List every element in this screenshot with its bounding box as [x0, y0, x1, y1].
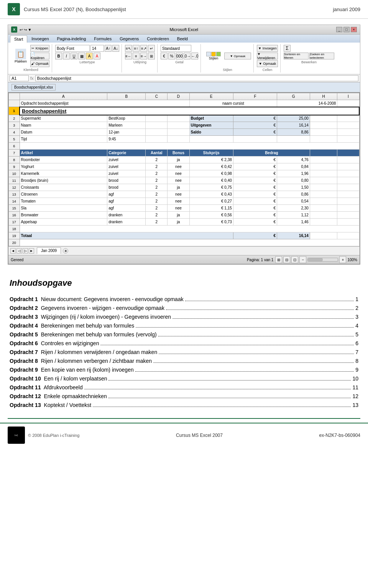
maximize-button[interactable]: □ — [343, 27, 350, 32]
minimize-button[interactable]: _ — [336, 27, 342, 32]
empty-i12 — [337, 184, 359, 191]
decimal-dec-button[interactable]: ←.0 — [191, 53, 198, 59]
tab-controleren[interactable]: Controleren — [143, 35, 172, 43]
increase-font-button[interactable]: A↑ — [105, 45, 112, 52]
empty-c5 — [146, 136, 168, 143]
empty-c4 — [146, 129, 168, 136]
number-btn-row: € % 000 .0→ ←.0 — [161, 53, 198, 59]
col-b-header: B — [107, 93, 146, 100]
cellen-controls: ▼ Invoegen ▼ Verwijderen ▼ Opmaak — [257, 45, 278, 67]
table-row: 17 Appelsap dranken 2 ja € 0,73 € 1,46 — [9, 219, 360, 226]
empty-h2 — [310, 115, 337, 122]
tab-gegevens[interactable]: Gegevens — [116, 35, 143, 43]
opmaak-kopiëren-button[interactable]: 🖌 Opmaak — [30, 60, 49, 67]
toc-page-12: 13 — [352, 402, 358, 408]
merge-cells-button[interactable]: ⊞ — [148, 53, 155, 59]
zoom-out-button[interactable]: − — [299, 256, 306, 263]
border-button[interactable]: ▦ — [78, 53, 85, 59]
bedrag-8: 4,76 — [277, 156, 310, 163]
toc-opdracht-2: Opdracht 3 Wijzigingen (rij / kolom invo… — [10, 314, 171, 320]
align-right-button[interactable]: ≡→ — [140, 53, 147, 59]
font-size-input[interactable] — [90, 45, 104, 52]
stijlen-button[interactable]: Stijlen — [204, 51, 223, 61]
first-tab-button[interactable]: ◁ — [16, 248, 22, 254]
artikel-12: Croissants — [20, 184, 107, 191]
tab-pagina-indeling[interactable]: Pagina-indeling — [53, 35, 90, 43]
datum-value: 12-jan — [107, 129, 146, 136]
table-row: 9 Yoghurt zuivel 2 nee € 0,42 € 0,84 — [9, 163, 360, 170]
add-sheet-button[interactable]: ☀ — [63, 248, 68, 254]
table-row: 2 Supermarkt BestKoop Budget € 25,00 — [9, 115, 360, 122]
tijd-label: Tijd — [20, 136, 107, 143]
empty-row20 — [20, 239, 359, 246]
formula-input[interactable] — [35, 75, 358, 81]
styles-preview — [206, 52, 221, 56]
invoegen-button[interactable]: ▼ Invoegen — [257, 45, 278, 52]
saldo-euro: € — [233, 129, 277, 136]
table-row: 1 Boodschappenlijst — [9, 107, 360, 115]
view-page-button[interactable]: ⊡ — [291, 256, 298, 263]
bonus-8: ja — [168, 156, 189, 163]
spreadsheet-wrapper: A B C D E F G H I Opdracht boodschappenl… — [8, 92, 360, 264]
font-name-input[interactable] — [55, 45, 90, 52]
percent-button[interactable]: % — [168, 53, 175, 59]
align-center-button[interactable]: ≡ — [133, 53, 140, 59]
row-num-18: 18 — [9, 226, 20, 232]
toc-item: Opdracht 3 Wijzigingen (rij / kolom invo… — [10, 313, 358, 320]
view-layout-button[interactable]: ⊟ — [283, 256, 290, 263]
italic-button[interactable]: I — [63, 53, 70, 59]
prev-tab-button[interactable]: ◄ — [10, 248, 16, 254]
excel-title: Microsoft Excel — [31, 27, 336, 32]
add-sheet-icon[interactable]: ☀ — [63, 248, 68, 254]
tab-beeld[interactable]: Beeld — [173, 35, 192, 43]
tab-invoegen[interactable]: Invoegen — [28, 35, 53, 43]
bonus-13: nee — [168, 191, 189, 198]
font-name-row: A↑ A↓ — [55, 45, 119, 52]
cell-reference-input[interactable] — [10, 75, 29, 81]
plakken-button[interactable]: 📋 Plakken — [12, 48, 29, 64]
bedrag-euro-17: € — [233, 219, 277, 226]
align-left-button[interactable]: ≡← — [125, 53, 132, 59]
fill-color-button[interactable]: A — [86, 53, 93, 59]
jan-2009-tab[interactable]: Jan 2009 — [37, 247, 61, 254]
decrease-font-button[interactable]: A↓ — [112, 45, 119, 52]
window-controls: _ □ × — [336, 27, 357, 32]
bonus-header: Bonus — [168, 150, 189, 156]
currency-button[interactable]: € — [161, 53, 168, 59]
page-date: januari 2009 — [333, 7, 360, 12]
sorteren-button[interactable]: Sorteren en filteren — [284, 53, 309, 59]
zoeken-button[interactable]: Zoeken en selecteren — [309, 53, 334, 59]
align-top-center-button[interactable]: ≡↑ — [133, 45, 140, 52]
tab-formules[interactable]: Formules — [90, 35, 115, 43]
view-normal-button[interactable]: ⊞ — [275, 256, 282, 263]
close-button[interactable]: × — [351, 27, 357, 32]
next-tab-button[interactable]: ▷ — [23, 248, 28, 254]
sigma-button[interactable]: Σ — [284, 45, 291, 52]
empty-d5 — [168, 136, 189, 143]
cat-14: agf — [107, 198, 146, 205]
voorwaardelijke-opmaak-button[interactable]: ▼ Opmaak — [224, 53, 251, 59]
align-top-left-button[interactable]: ≡↖ — [125, 45, 132, 52]
opmaak-button[interactable]: ▼ Opmaak — [257, 60, 278, 67]
zoom-slider[interactable] — [307, 258, 338, 262]
decimal-inc-button[interactable]: .0→ — [184, 53, 191, 59]
cat-16: dranken — [107, 212, 146, 219]
zoom-in-button[interactable]: + — [339, 256, 346, 263]
bold-button[interactable]: B — [55, 53, 62, 59]
align-top-right-button[interactable]: ≡↗ — [140, 45, 147, 52]
font-color-button[interactable]: A — [94, 53, 100, 59]
tab-start[interactable]: Start — [10, 35, 27, 43]
empty-h15 — [310, 205, 337, 212]
last-tab-button[interactable]: ► — [29, 248, 34, 254]
kopiëren-button[interactable]: 📄 Kopiëren — [30, 53, 49, 59]
thousand-button[interactable]: 000 — [176, 53, 183, 59]
verwijderen-button[interactable]: ▼ Verwijderen — [257, 53, 278, 59]
toc-page-6: 7 — [355, 349, 358, 355]
bedrag-12: 1,50 — [277, 184, 310, 191]
bedrag-euro-14: € — [233, 198, 277, 205]
number-format-input[interactable] — [161, 45, 191, 52]
underline-button[interactable]: U — [71, 53, 77, 59]
wrap-text-button[interactable]: ↵ — [148, 45, 155, 52]
knippen-button[interactable]: ✂ Knippen — [30, 45, 49, 52]
row-num-16: 16 — [9, 212, 20, 219]
